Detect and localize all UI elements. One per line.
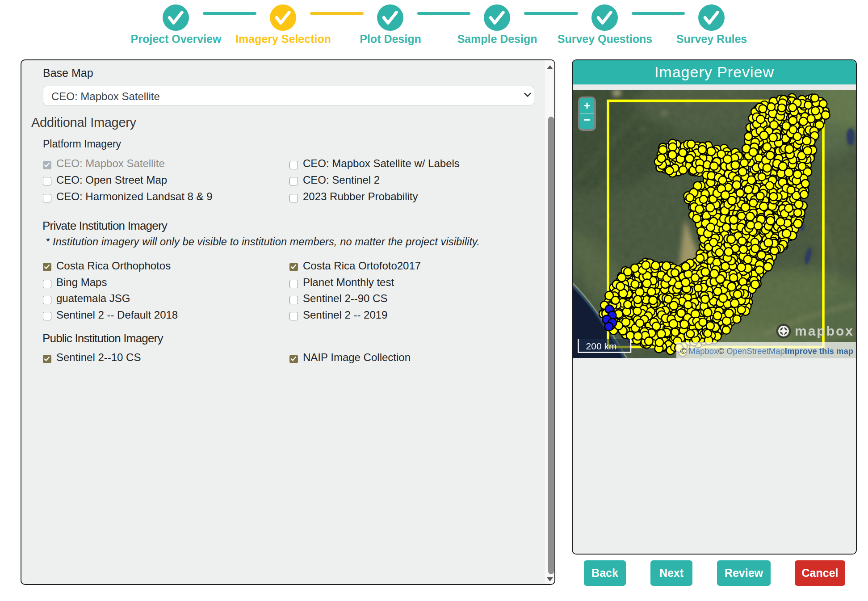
svg-text:mapbox: mapbox [795, 324, 854, 338]
svg-text:200 km: 200 km [586, 341, 617, 351]
svg-text:© Mapbox© OpenStreetMapImprove: © Mapbox© OpenStreetMapImprove this map [680, 346, 853, 356]
